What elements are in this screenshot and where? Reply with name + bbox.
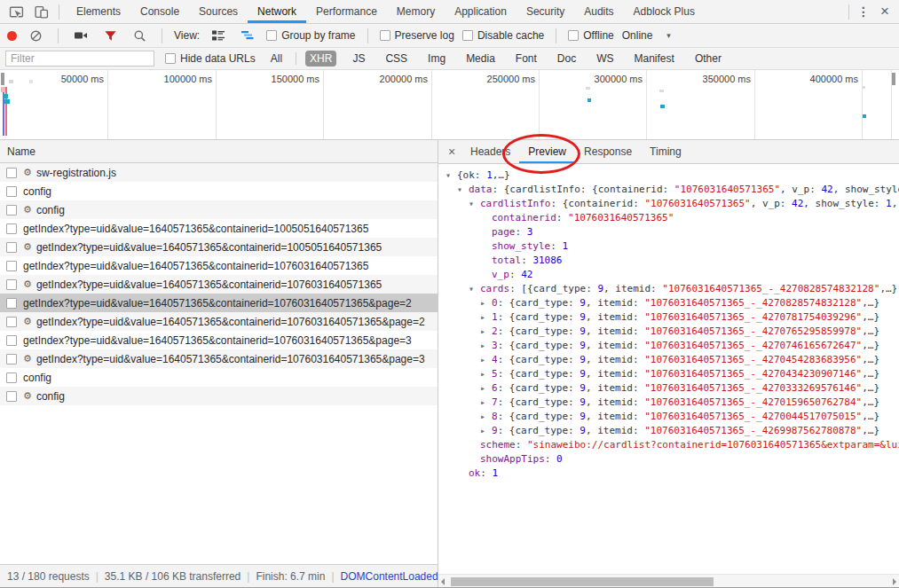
filter-type-font[interactable]: Font [511,51,541,67]
preview-line[interactable]: cardlistInfo: {containerid: "10760316405… [438,197,899,211]
request-checkbox[interactable] [6,372,17,383]
filter-type-js[interactable]: JS [348,51,369,67]
tab-audits[interactable]: Audits [574,0,623,23]
tab-security[interactable]: Security [517,0,574,23]
preview-line[interactable]: 2: {card_type: 9, itemid: "1076031640571… [438,325,899,339]
request-checkbox[interactable] [6,223,17,234]
expand-icon[interactable] [480,410,492,424]
request-checkbox[interactable] [6,279,17,290]
preview-line[interactable]: 8: {card_type: 9, itemid: "1076031640571… [438,410,899,424]
tab-sources[interactable]: Sources [189,0,248,23]
horizontal-scrollbar[interactable] [438,574,899,588]
expand-icon[interactable] [480,310,492,325]
large-request-rows-icon[interactable] [208,26,229,45]
kebab-menu-icon[interactable]: ⋮ [853,2,874,21]
inspect-element-icon[interactable] [5,2,27,21]
expand-icon[interactable] [480,353,492,367]
filter-type-xhr[interactable]: XHR [305,51,336,67]
request-checkbox[interactable] [6,261,17,271]
filter-type-img[interactable]: Img [423,51,450,67]
expand-icon[interactable] [480,325,492,339]
throttling-dropdown[interactable]: Online ▼ [622,29,673,42]
scroll-right-icon[interactable] [893,578,896,585]
request-row[interactable]: ⚙sw-registration.js [0,163,438,182]
filter-type-css[interactable]: CSS [381,51,412,67]
tab-console[interactable]: Console [130,0,189,23]
request-row[interactable]: ⚙getIndex?type=uid&value=1640571365&cont… [0,275,438,294]
request-checkbox[interactable] [6,335,17,346]
group-by-frame-checkbox[interactable] [266,30,277,41]
filter-funnel-icon[interactable] [99,26,121,45]
offline-checkbox[interactable] [568,30,579,41]
request-checkbox[interactable] [6,205,17,216]
disable-cache-checkbox[interactable] [462,30,473,41]
preview-line[interactable]: 1: {card_type: 9, itemid: "1076031640571… [438,310,899,325]
tab-elements[interactable]: Elements [67,0,130,23]
request-row[interactable]: ⚙getIndex?type=uid&value=1640571365&cont… [0,238,438,256]
filter-type-doc[interactable]: Doc [553,51,580,67]
hide-data-urls-checkbox[interactable] [165,53,176,64]
close-detail-icon[interactable]: × [442,145,461,159]
show-overview-icon[interactable] [237,26,258,45]
request-row[interactable]: ⚙config [0,200,438,219]
collapse-icon[interactable] [457,183,469,197]
request-row[interactable]: config [0,182,438,200]
search-icon[interactable] [129,26,150,45]
request-row[interactable]: getIndex?type=uid&value=1640571365&conta… [0,256,438,275]
timeline-overview[interactable]: 50000 ms100000 ms150000 ms200000 ms25000… [0,70,899,140]
preview-line[interactable]: cards: [{card_type: 9, itemid: "10760316… [438,282,899,296]
preview-line[interactable]: {ok: 1,…} [438,169,899,183]
expand-icon[interactable] [480,339,492,353]
filter-type-ws[interactable]: WS [592,51,618,67]
detail-tab-timing[interactable]: Timing [641,140,690,163]
request-row[interactable]: ⚙getIndex?type=uid&value=1640571365&cont… [0,349,438,368]
preview-line[interactable]: 0: {card_type: 9, itemid: "1076031640571… [438,296,899,310]
tab-performance[interactable]: Performance [306,0,387,23]
collapse-icon[interactable] [446,169,457,183]
device-toolbar-icon[interactable] [30,2,51,21]
preview-line[interactable]: 9: {card_type: 9, itemid: "1076031640571… [438,424,899,438]
request-row[interactable]: ⚙getIndex?type=uid&value=1640571365&cont… [0,312,438,331]
expand-icon[interactable] [480,296,492,310]
close-icon[interactable]: × [874,2,895,21]
capture-screenshots-icon[interactable] [70,26,91,45]
filter-type-manifest[interactable]: Manifest [630,51,679,67]
scroll-left-icon[interactable] [441,578,445,585]
expand-icon[interactable] [480,424,492,438]
filter-type-media[interactable]: Media [461,51,500,67]
detail-tab-preview[interactable]: Preview [519,140,575,163]
scrollbar-thumb[interactable] [451,577,714,586]
filter-type-other[interactable]: Other [690,51,726,67]
request-checkbox[interactable] [6,168,17,178]
collapse-icon[interactable] [469,282,480,296]
filter-type-all[interactable]: All [266,51,287,67]
filter-input[interactable] [5,51,154,67]
tab-application[interactable]: Application [445,0,517,23]
request-row[interactable]: getIndex?type=uid&value=1640571365&conta… [0,331,438,349]
tab-network[interactable]: Network [248,0,306,23]
expand-icon[interactable] [480,381,492,396]
request-checkbox[interactable] [6,298,17,309]
request-row[interactable]: getIndex?type=uid&value=1640571365&conta… [0,294,438,312]
collapse-icon[interactable] [469,197,480,211]
detail-tab-response[interactable]: Response [575,140,641,163]
preview-line[interactable]: 3: {card_type: 9, itemid: "1076031640571… [438,339,899,353]
request-checkbox[interactable] [6,186,17,197]
tab-memory[interactable]: Memory [387,0,445,23]
request-checkbox[interactable] [6,242,17,253]
request-checkbox[interactable] [6,354,17,365]
detail-tab-headers[interactable]: Headers [461,140,519,163]
tab-adblock-plus[interactable]: Adblock Plus [624,0,705,23]
expand-icon[interactable] [480,367,492,381]
preview-line[interactable]: data: {cardlistInfo: {containerid: "1076… [438,183,899,197]
request-checkbox[interactable] [6,391,17,402]
request-row[interactable]: getIndex?type=uid&value=1640571365&conta… [0,219,438,238]
record-button[interactable] [7,31,17,41]
preview-line[interactable]: 7: {card_type: 9, itemid: "1076031640571… [438,396,899,410]
request-row[interactable]: ⚙config [0,387,438,405]
preview-line[interactable]: 5: {card_type: 9, itemid: "1076031640571… [438,367,899,381]
clear-icon[interactable] [25,26,46,45]
request-row[interactable]: config [0,368,438,387]
request-checkbox[interactable] [6,317,17,327]
preserve-log-checkbox[interactable] [380,30,390,41]
